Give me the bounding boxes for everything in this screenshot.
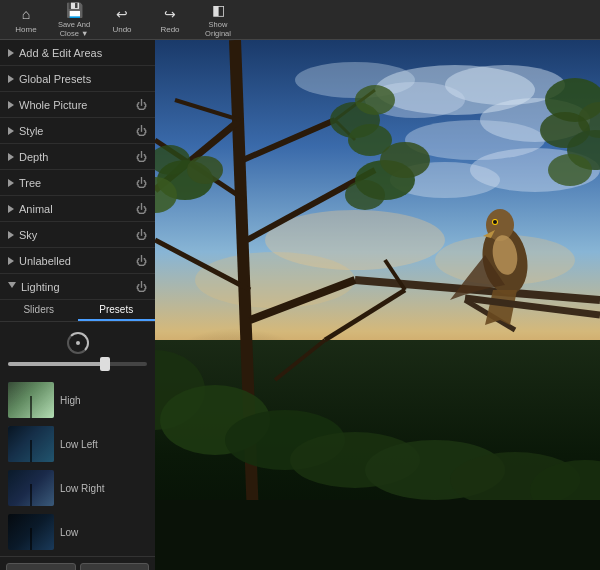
section-animal[interactable]: Animal ⏻ — [0, 196, 155, 222]
preset-label-high: High — [60, 395, 81, 406]
svg-point-46 — [548, 154, 592, 186]
svg-point-41 — [345, 180, 385, 210]
save-preset-button[interactable]: Save Preset — [80, 563, 150, 570]
section-unlabelled[interactable]: Unlabelled ⏻ — [0, 248, 155, 274]
presets-grid: High Low Left Low Right — [0, 376, 155, 556]
power-icon[interactable]: ⏻ — [136, 255, 147, 267]
redo-icon: ↪ — [161, 5, 179, 23]
section-global-presets[interactable]: Global Presets — [0, 66, 155, 92]
collapse-arrow — [8, 75, 14, 83]
home-button[interactable]: ⌂ Home — [8, 5, 44, 34]
slider-area — [0, 322, 155, 376]
section-style[interactable]: Style ⏻ — [0, 118, 155, 144]
tab-sliders[interactable]: Sliders — [0, 300, 78, 321]
left-panel: Add & Edit Areas Global Presets Whole Pi… — [0, 40, 155, 570]
photo-canvas — [155, 40, 600, 570]
preset-label-low-right: Low Right — [60, 483, 104, 494]
collapse-arrow — [8, 231, 14, 239]
spinner-overlay — [8, 328, 147, 358]
power-icon[interactable]: ⏻ — [136, 151, 147, 163]
slider-fill — [8, 362, 105, 366]
preset-low-left[interactable]: Low Left — [6, 424, 149, 464]
power-icon[interactable]: ⏻ — [136, 203, 147, 215]
undo-icon: ↩ — [113, 5, 131, 23]
preset-low-right[interactable]: Low Right — [6, 468, 149, 508]
preset-thumb-low-right — [8, 470, 54, 506]
collapse-arrow — [8, 49, 14, 57]
power-icon[interactable]: ⏻ — [136, 177, 147, 189]
tab-presets[interactable]: Presets — [78, 300, 156, 321]
collapse-arrow — [8, 153, 14, 161]
preset-thumb-low — [8, 514, 54, 550]
svg-point-37 — [355, 85, 395, 115]
preset-high[interactable]: High — [6, 380, 149, 420]
preset-low[interactable]: Low — [6, 512, 149, 552]
photo-svg — [155, 40, 600, 570]
loading-spinner — [67, 332, 89, 354]
preset-label-low-left: Low Left — [60, 439, 98, 450]
slider-container[interactable] — [8, 362, 147, 366]
svg-point-12 — [195, 252, 355, 308]
photo-area — [155, 40, 600, 570]
section-sky[interactable]: Sky ⏻ — [0, 222, 155, 248]
save-close-button[interactable]: 💾 Save AndClose ▼ — [56, 1, 92, 38]
bottom-buttons: Reset Section Save Preset — [0, 556, 155, 570]
section-whole-picture[interactable]: Whole Picture ⏻ — [0, 92, 155, 118]
collapse-arrow — [8, 282, 16, 292]
redo-button[interactable]: ↪ Redo — [152, 5, 188, 34]
section-depth[interactable]: Depth ⏻ — [0, 144, 155, 170]
svg-point-7 — [295, 62, 415, 98]
svg-point-40 — [380, 142, 430, 178]
power-icon[interactable]: ⏻ — [136, 99, 147, 111]
power-icon[interactable]: ⏻ — [136, 281, 147, 293]
show-original-button[interactable]: ◧ ShowOriginal — [200, 1, 236, 38]
collapse-arrow — [8, 205, 14, 213]
power-icon[interactable]: ⏻ — [136, 125, 147, 137]
toolbar: ⌂ Home 💾 Save AndClose ▼ ↩ Undo ↪ Redo ◧… — [0, 0, 600, 40]
preset-thumb-high — [8, 382, 54, 418]
home-icon: ⌂ — [17, 5, 35, 23]
undo-button[interactable]: ↩ Undo — [104, 5, 140, 34]
reset-section-button[interactable]: Reset Section — [6, 563, 76, 570]
preset-thumb-low-left — [8, 426, 54, 462]
slider-track — [8, 362, 147, 366]
section-lighting[interactable]: Lighting ⏻ — [0, 274, 155, 300]
section-tree[interactable]: Tree ⏻ — [0, 170, 155, 196]
original-icon: ◧ — [209, 1, 227, 19]
section-add-edit[interactable]: Add & Edit Areas — [0, 40, 155, 66]
collapse-arrow — [8, 101, 14, 109]
main-area: Add & Edit Areas Global Presets Whole Pi… — [0, 40, 600, 570]
save-icon: 💾 — [65, 1, 83, 19]
power-icon[interactable]: ⏻ — [136, 229, 147, 241]
slider-thumb[interactable] — [100, 357, 110, 371]
lighting-tabs: Sliders Presets — [0, 300, 155, 322]
preset-label-low: Low — [60, 527, 78, 538]
lighting-content: Sliders Presets — [0, 300, 155, 570]
svg-point-35 — [187, 156, 223, 184]
collapse-arrow — [8, 127, 14, 135]
collapse-arrow — [8, 179, 14, 187]
svg-point-20 — [493, 220, 497, 224]
collapse-arrow — [8, 257, 14, 265]
svg-rect-54 — [155, 500, 600, 570]
